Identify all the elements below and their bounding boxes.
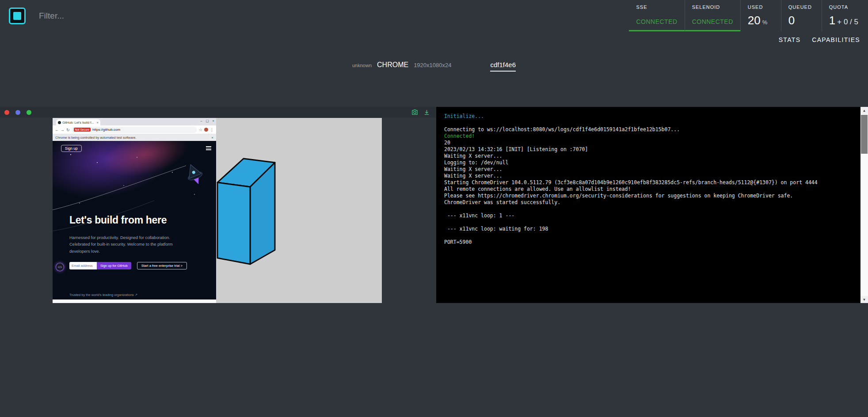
scroll-up-icon[interactable]: ▲ — [860, 107, 868, 114]
stat-selenoid: SELENOID CONNECTED — [685, 0, 740, 31]
stat-sse-value: CONNECTED — [636, 18, 677, 25]
session-log-panel: Initialize... Connecting to ws://localho… — [436, 107, 868, 303]
top-bar: SSE CONNECTED SELENOID CONNECTED USED 20… — [0, 0, 868, 31]
queued-number: 0 — [788, 14, 795, 27]
signup-for-github-button[interactable]: Sign up for GitHub — [97, 262, 131, 269]
drawn-cube-shape — [217, 158, 276, 266]
session-detail-panels: GitHub: Let's build f... × – ▢ × ← → ↻ — [0, 107, 868, 303]
tab-close-icon[interactable]: × — [96, 121, 99, 125]
close-icon[interactable]: × — [213, 119, 214, 123]
stat-queued-value: 0 — [788, 14, 815, 27]
browser-tab-title: GitHub: Let's build f... — [62, 121, 95, 125]
infobar-close-icon[interactable]: × — [211, 136, 213, 140]
url-text: https://github.com — [92, 128, 120, 132]
filter-input[interactable] — [39, 0, 629, 31]
back-icon[interactable]: ← — [55, 128, 59, 132]
stat-selenoid-value: CONNECTED — [692, 18, 733, 25]
stat-selenoid-label: SELENOID — [692, 4, 733, 10]
browser-active-tab[interactable]: GitHub: Let's build f... × — [56, 119, 100, 125]
github-cta-row: Email address Sign up for GitHub Start a… — [69, 262, 187, 269]
kebab-menu-icon[interactable]: ⋮ — [210, 128, 214, 132]
maximize-icon[interactable]: ▢ — [206, 119, 209, 123]
browser-tab-strip: GitHub: Let's build f... × – ▢ × — [53, 118, 216, 125]
stat-sse-label: SSE — [636, 4, 677, 10]
log-output: Initialize... Connecting to ws://localho… — [444, 113, 857, 301]
github-footer-note: Trusted by the world's leading organizat… — [69, 293, 137, 297]
github-favicon — [58, 121, 61, 124]
status-stats: SSE CONNECTED SELENOID CONNECTED USED 20… — [629, 0, 868, 31]
vnc-panel: GitHub: Let's build f... × – ▢ × ← → ↻ — [0, 107, 436, 303]
browser-window-controls: – ▢ × — [200, 119, 214, 123]
github-headline: Let's build from here — [69, 214, 167, 226]
stat-quota-label: QUOTA — [829, 4, 858, 10]
page-bottom-strip — [53, 299, 216, 303]
scroll-down-icon[interactable]: ▼ — [860, 296, 868, 303]
window-close-dot[interactable] — [4, 110, 9, 115]
session-id-link[interactable]: cdf1f4e6 — [490, 61, 516, 72]
stat-queued-label: QUEUED — [788, 4, 815, 10]
email-input[interactable]: Email address — [69, 262, 97, 269]
remote-browser-window[interactable]: GitHub: Let's build f... × – ▢ × ← → ↻ — [53, 118, 216, 303]
used-number: 20 — [748, 14, 761, 27]
session-quota-user: unknown — [352, 63, 372, 68]
vnc-screen[interactable]: GitHub: Let's build f... × – ▢ × ← → ↻ — [53, 118, 382, 303]
github-hero-page: Sign up Let's build from here Harnessed … — [53, 141, 216, 303]
window-minimize-dot[interactable] — [15, 110, 20, 115]
automation-info-bar: Chrome is being controlled by automated … — [53, 134, 216, 141]
forward-icon[interactable]: → — [61, 128, 65, 132]
browser-nav-bar: ← → ↻ Not Secure https://github.com ☆ ⋮ — [53, 125, 216, 134]
address-bar[interactable]: Not Secure https://github.com — [72, 127, 197, 133]
download-icon[interactable] — [423, 109, 430, 116]
quota-suffix: + 0 / 5 — [837, 18, 858, 27]
github-paragraph: Harnessed for productivity. Designed for… — [69, 234, 190, 254]
stat-sse: SSE CONNECTED — [629, 0, 684, 31]
stat-queued: QUEUED 0 — [781, 0, 822, 31]
stat-used-label: USED — [748, 4, 774, 10]
stat-used: USED 20 % — [740, 0, 781, 31]
scrollbar-thumb[interactable] — [861, 115, 868, 154]
security-badge[interactable]: Not Secure — [74, 128, 91, 132]
automation-info-text: Chrome is being controlled by automated … — [55, 136, 136, 140]
selenoid-ui-app: SSE CONNECTED SELENOID CONNECTED USED 20… — [0, 0, 868, 417]
screenshot-icon[interactable] — [411, 109, 418, 116]
view-tabs: STATS CAPABILITIES — [779, 36, 860, 43]
vnc-actions — [411, 109, 430, 116]
quota-number: 1 — [829, 14, 835, 27]
log-scrollbar[interactable]: ▲ ▼ — [860, 107, 868, 303]
stat-quota-value: 1 + 0 / 5 — [829, 14, 858, 27]
stat-used-value: 20 % — [748, 14, 774, 27]
spaceship-illustration — [182, 159, 206, 188]
vnc-window-header — [0, 107, 436, 118]
selenoid-logo[interactable] — [9, 8, 26, 24]
window-maximize-dot[interactable] — [27, 110, 31, 115]
session-header: unknown CHROME 1920x1080x24 cdf1f4e6 — [0, 61, 868, 72]
bookmark-star-icon[interactable]: ☆ — [199, 128, 202, 132]
minimize-icon[interactable]: – — [200, 119, 202, 123]
stat-quota: QUOTA 1 + 0 / 5 — [822, 0, 868, 31]
session-resolution: 1920x1080x24 — [414, 62, 451, 68]
hamburger-menu-icon[interactable] — [206, 145, 211, 151]
code-badge-icon: </> — [56, 263, 64, 271]
tab-capabilities[interactable]: CAPABILITIES — [812, 36, 860, 43]
used-suffix: % — [762, 19, 768, 26]
refresh-icon[interactable]: ↻ — [66, 128, 70, 132]
tab-stats[interactable]: STATS — [779, 36, 801, 43]
profile-avatar[interactable] — [204, 128, 208, 132]
selenoid-logo-icon — [13, 12, 21, 20]
github-signup-button[interactable]: Sign up — [61, 145, 82, 152]
enterprise-trial-button[interactable]: Start a free enterprise trial > — [137, 262, 187, 269]
session-browser-name: CHROME — [377, 61, 408, 69]
